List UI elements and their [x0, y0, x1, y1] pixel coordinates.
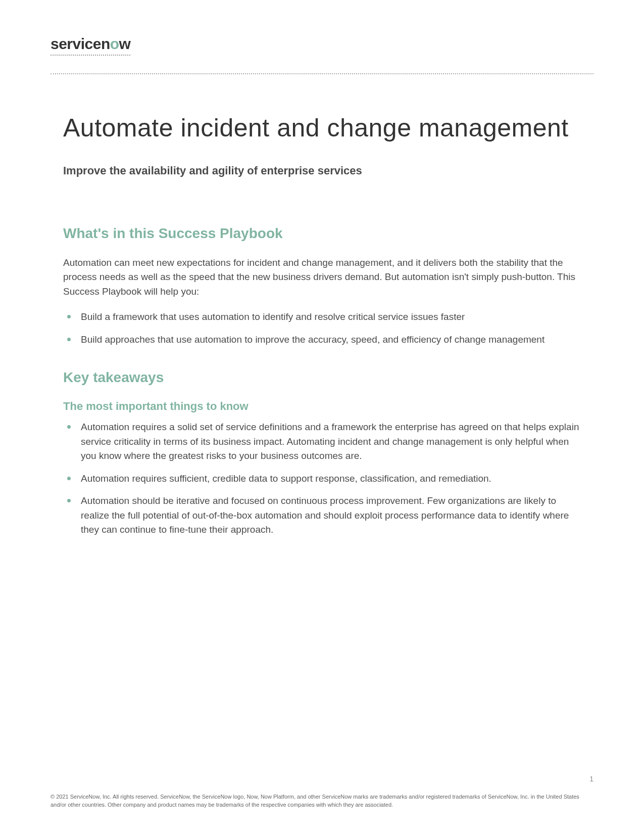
section-key-takeaways-heading: Key takeaways — [63, 369, 581, 386]
list-item: Automation requires sufficient, credible… — [63, 472, 581, 486]
page-number: 1 — [51, 775, 593, 783]
section-key-takeaways-bullets: Automation requires a solid set of servi… — [63, 420, 581, 537]
logo: servicenow — [51, 35, 130, 56]
list-item: Automation requires a solid set of servi… — [63, 420, 581, 464]
footer: 1 © 2021 ServiceNow, Inc. All rights res… — [51, 775, 593, 809]
list-item: Build a framework that uses automation t… — [63, 310, 581, 325]
logo-suffix: w — [119, 35, 131, 52]
copyright-text: © 2021 ServiceNow, Inc. All rights reser… — [51, 793, 593, 809]
section-whats-in-intro: Automation can meet new expectations for… — [63, 256, 581, 299]
logo-prefix: servicen — [51, 35, 110, 52]
page-title: Automate incident and change management — [63, 112, 581, 144]
logo-o: o — [110, 35, 119, 52]
document-page: servicenow Automate incident and change … — [0, 0, 644, 580]
section-whats-in-bullets: Build a framework that uses automation t… — [63, 310, 581, 347]
content-area: Automate incident and change management … — [51, 112, 593, 537]
section-whats-in-heading: What's in this Success Playbook — [63, 225, 581, 242]
header-rule — [51, 73, 593, 74]
list-item: Build approaches that use automation to … — [63, 333, 581, 347]
section-key-takeaways-subheading: The most important things to know — [63, 400, 581, 413]
list-item: Automation should be iterative and focus… — [63, 494, 581, 537]
subtitle: Improve the availability and agility of … — [63, 164, 581, 177]
